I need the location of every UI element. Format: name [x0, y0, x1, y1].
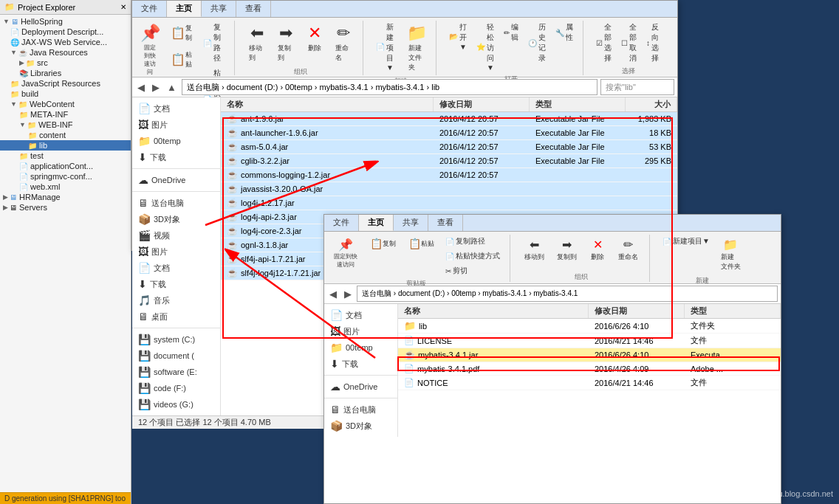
copy-btn-2[interactable]: 📋 复制: [365, 235, 401, 253]
lp-pics-2[interactable]: 🖼 图片: [324, 323, 397, 339]
tree-item-appcontext[interactable]: 📄 applicationCont...: [0, 161, 131, 171]
tree-item-servers[interactable]: ▶ 🖥 Servers: [0, 202, 131, 213]
lp-item-3d[interactable]: 📦 3D对象: [132, 211, 220, 227]
new-item-btn-2[interactable]: 📄 新建项目▼: [659, 235, 713, 248]
lp-item-onedrive[interactable]: ☁ OneDrive: [132, 172, 220, 188]
copyto-btn-2[interactable]: ➡ 复制到: [552, 235, 582, 265]
file-row[interactable]: ☕asm-5.0.4.jar 2016/4/12 20:57 Executabl…: [221, 140, 677, 154]
tab-view-1[interactable]: 查看: [236, 1, 271, 17]
file-row-2e[interactable]: 📄NOTICE 2016/4/21 14:46 文件: [398, 376, 781, 390]
tree-item-test[interactable]: 📁 test: [0, 151, 131, 161]
tree-item-webcontent[interactable]: ▼ 📁 WebContent: [0, 99, 131, 109]
paste-shortcut-btn-2[interactable]: 📄 粘贴快捷方式: [442, 249, 504, 263]
tree-item-libraries[interactable]: 📚 Libraries: [0, 68, 131, 78]
history-btn[interactable]: 🕐 历史记录: [524, 21, 549, 65]
tree-item-lib[interactable]: 📁 lib: [0, 140, 131, 151]
lp-pc-2[interactable]: 🖥 送台电脑: [324, 401, 397, 418]
tab-home-1[interactable]: 主页: [167, 1, 202, 17]
lp-3d-2[interactable]: 📦 3D对象: [324, 418, 397, 434]
file-row[interactable]: ☕log4j-1.2.17.jar: [221, 196, 677, 210]
forward-btn[interactable]: ▶: [150, 81, 162, 94]
address-path-1[interactable]: 送台电脑 › document (D:) › 00temp › mybatis-…: [182, 79, 597, 95]
paste-btn-2[interactable]: 📋 粘贴: [403, 235, 439, 253]
tab-file-2[interactable]: 文件: [324, 215, 359, 231]
copy-btn[interactable]: 📋 复制: [165, 21, 197, 46]
lp-item-pictures[interactable]: 🖼 图片: [132, 117, 220, 133]
tree-item-jaxws[interactable]: 🌐 JAX-WS Web Service...: [0, 37, 131, 47]
lp-docs-2[interactable]: 📄 文档: [324, 307, 397, 323]
tab-share-1[interactable]: 共享: [202, 1, 236, 17]
lp-item-c[interactable]: 💾 system (C:): [132, 331, 220, 348]
tree-item-src[interactable]: ▶ 📁 src: [0, 58, 131, 68]
deselect-all-btn[interactable]: ☐ 全部取消: [617, 21, 640, 65]
open-btn[interactable]: 📂 打开▼: [445, 21, 470, 52]
tab-file-1[interactable]: 文件: [132, 1, 167, 17]
lp-item-desktop[interactable]: 🖥 桌面: [132, 308, 220, 325]
edit-btn[interactable]: ✏ 编辑: [500, 21, 522, 44]
tab-share-2[interactable]: 共享: [394, 215, 428, 231]
lp-00temp-2[interactable]: 📁 00temp: [324, 339, 397, 356]
delete-btn-2[interactable]: ✕ 删除: [584, 235, 611, 265]
tree-item-content[interactable]: 📁 content: [0, 130, 131, 140]
tree-item-webxml[interactable]: 📄 web.xml: [0, 182, 131, 192]
lp-item-e[interactable]: 💾 software (E:: [132, 364, 220, 380]
pin-quick-access-btn[interactable]: 📌 固定到快速访问: [137, 21, 163, 79]
copy-path-btn-2[interactable]: 📄 复制路径: [442, 235, 504, 248]
lp-item-pics2[interactable]: 🖼 图片: [132, 244, 220, 260]
tree-item-build[interactable]: 📁 build: [0, 89, 131, 99]
select-all-btn[interactable]: ☑ 全部选择: [592, 21, 615, 65]
move-btn-2[interactable]: ⬅ 移动到: [519, 235, 549, 265]
pin-btn-2[interactable]: 📌 固定到快速访问: [329, 235, 363, 272]
lp-item-d[interactable]: 💾 document (: [132, 348, 220, 364]
rename-btn-2[interactable]: ✏ 重命名: [613, 235, 643, 265]
lp-item-downloads[interactable]: ⬇ 下载: [132, 149, 220, 165]
file-row-2d[interactable]: 📄mybatis-3.4.1.pdf 2016/4/26 4:09 Adobe …: [398, 362, 781, 376]
rename-btn[interactable]: ✏ 重命名: [330, 21, 357, 66]
tab-home-2[interactable]: 主页: [359, 215, 394, 231]
copy-path-btn[interactable]: 📄 复制路径: [199, 21, 228, 65]
lp-item-g[interactable]: 💾 videos (G:): [132, 396, 220, 412]
tab-view-2[interactable]: 查看: [428, 215, 463, 231]
properties-btn[interactable]: 🔧 属性: [552, 21, 577, 44]
move-to-btn[interactable]: ⬅ 移动到: [244, 21, 270, 66]
file-row[interactable]: ☕ant-launcher-1.9.6.jar 2016/4/12 20:57 …: [221, 126, 677, 140]
lp-item-documents[interactable]: 📄 文档: [132, 100, 220, 117]
tree-item-springmvc[interactable]: 📄 springmvc-conf...: [0, 171, 131, 182]
lp-item-thispc[interactable]: 🖥 送台电脑: [132, 195, 220, 211]
tree-item-hrmanage[interactable]: ▶ 🖥 HRManage: [0, 192, 131, 202]
paste-btn[interactable]: 📋 粘贴: [165, 47, 197, 72]
easy-access-btn[interactable]: ⭐ 轻松访问▼: [473, 21, 498, 73]
lp-item-00temp[interactable]: 📁 00temp: [132, 133, 220, 149]
tree-item-meta-inf[interactable]: 📁 META-INF: [0, 109, 131, 120]
search-box-1[interactable]: 搜索"lib": [600, 79, 674, 95]
file-row-2b[interactable]: 📄LICENSE 2016/4/21 14:46 文件: [398, 334, 781, 348]
lp-item-music[interactable]: 🎵 音乐: [132, 292, 220, 308]
explorer-close-icon[interactable]: ✕: [120, 3, 126, 11]
lp-item-docs2[interactable]: 📄 文档: [132, 260, 220, 276]
file-row[interactable]: ☕cglib-3.2.2.jar 2016/4/12 20:57 Executa…: [221, 154, 677, 168]
file-row[interactable]: ☕javassist-3.20.0-GA.jar: [221, 182, 677, 196]
delete-btn[interactable]: ✕ 删除: [301, 21, 328, 56]
cut-btn-2[interactable]: ✂ 剪切: [442, 264, 504, 277]
back-btn-2[interactable]: ◀: [327, 288, 339, 300]
tree-item-hellospring[interactable]: ▼ 🖥 HelloSpring: [0, 16, 131, 27]
file-row-mybatis-jar[interactable]: ☕mybatis-3.4.1.jar 2016/6/26 4:10 Execut…: [398, 348, 781, 362]
new-item-btn[interactable]: 📄 新建项目▼: [372, 21, 401, 73]
new-folder-btn[interactable]: 📁 新建文件夹: [403, 21, 430, 75]
copy-to-btn[interactable]: ➡ 复制到: [273, 21, 299, 66]
lp-item-dl2[interactable]: ⬇ 下载: [132, 276, 220, 292]
lp-item-videos[interactable]: 🎬 视频: [132, 227, 220, 244]
back-btn[interactable]: ◀: [135, 81, 147, 94]
address-path-2[interactable]: 送台电脑 › document (D:) › 00temp › mybatis-…: [357, 286, 778, 302]
up-btn[interactable]: ▲: [165, 81, 179, 94]
file-row[interactable]: ☕commons-logging-1.2.jar 2016/4/12 20:57: [221, 168, 677, 182]
lp-dl-2[interactable]: ⬇ 下载: [324, 356, 397, 372]
file-row-2[interactable]: 📁lib 2016/6/26 4:10 文件夹: [398, 319, 781, 334]
lp-item-f[interactable]: 💾 code (F:): [132, 380, 220, 396]
tree-item-java-resources[interactable]: ▼ ☕ Java Resources: [0, 47, 131, 58]
tree-item-js-resources[interactable]: 📁 JavaScript Resources: [0, 78, 131, 89]
lp-od-2[interactable]: ☁ OneDrive: [324, 379, 397, 395]
invert-selection-btn[interactable]: ↕ 反向选择: [643, 21, 664, 65]
file-row[interactable]: ☕ant-1.9.6.jar 2016/4/12 20:57 Executabl…: [221, 112, 677, 126]
forward-btn-2[interactable]: ▶: [342, 288, 354, 300]
